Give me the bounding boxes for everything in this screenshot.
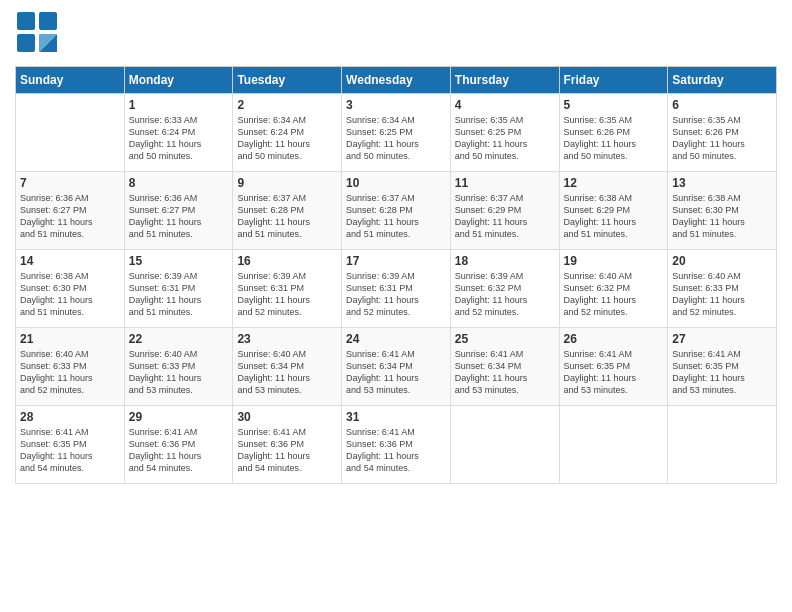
day-number: 25: [455, 332, 555, 346]
calendar-cell: 26Sunrise: 6:41 AMSunset: 6:35 PMDayligh…: [559, 328, 668, 406]
calendar-cell: 16Sunrise: 6:39 AMSunset: 6:31 PMDayligh…: [233, 250, 342, 328]
calendar-cell: 27Sunrise: 6:41 AMSunset: 6:35 PMDayligh…: [668, 328, 777, 406]
calendar-cell: [559, 406, 668, 484]
header-day-wednesday: Wednesday: [342, 67, 451, 94]
calendar-cell: 17Sunrise: 6:39 AMSunset: 6:31 PMDayligh…: [342, 250, 451, 328]
calendar-cell: 8Sunrise: 6:36 AMSunset: 6:27 PMDaylight…: [124, 172, 233, 250]
week-row-2: 7Sunrise: 6:36 AMSunset: 6:27 PMDaylight…: [16, 172, 777, 250]
day-info: Sunrise: 6:41 AMSunset: 6:35 PMDaylight:…: [672, 348, 772, 397]
day-info: Sunrise: 6:41 AMSunset: 6:34 PMDaylight:…: [455, 348, 555, 397]
logo-icon: [15, 10, 59, 54]
calendar-cell: 13Sunrise: 6:38 AMSunset: 6:30 PMDayligh…: [668, 172, 777, 250]
calendar-cell: 25Sunrise: 6:41 AMSunset: 6:34 PMDayligh…: [450, 328, 559, 406]
day-number: 5: [564, 98, 664, 112]
day-info: Sunrise: 6:36 AMSunset: 6:27 PMDaylight:…: [20, 192, 120, 241]
day-number: 29: [129, 410, 229, 424]
day-info: Sunrise: 6:40 AMSunset: 6:33 PMDaylight:…: [672, 270, 772, 319]
header-day-thursday: Thursday: [450, 67, 559, 94]
day-info: Sunrise: 6:41 AMSunset: 6:36 PMDaylight:…: [129, 426, 229, 475]
day-info: Sunrise: 6:39 AMSunset: 6:31 PMDaylight:…: [346, 270, 446, 319]
page: SundayMondayTuesdayWednesdayThursdayFrid…: [0, 0, 792, 612]
header-day-sunday: Sunday: [16, 67, 125, 94]
day-number: 15: [129, 254, 229, 268]
calendar-cell: 24Sunrise: 6:41 AMSunset: 6:34 PMDayligh…: [342, 328, 451, 406]
day-number: 6: [672, 98, 772, 112]
calendar-cell: 28Sunrise: 6:41 AMSunset: 6:35 PMDayligh…: [16, 406, 125, 484]
day-number: 18: [455, 254, 555, 268]
calendar-cell: 14Sunrise: 6:38 AMSunset: 6:30 PMDayligh…: [16, 250, 125, 328]
day-number: 28: [20, 410, 120, 424]
calendar-cell: 12Sunrise: 6:38 AMSunset: 6:29 PMDayligh…: [559, 172, 668, 250]
day-number: 11: [455, 176, 555, 190]
week-row-5: 28Sunrise: 6:41 AMSunset: 6:35 PMDayligh…: [16, 406, 777, 484]
calendar-cell: 20Sunrise: 6:40 AMSunset: 6:33 PMDayligh…: [668, 250, 777, 328]
calendar-cell: 31Sunrise: 6:41 AMSunset: 6:36 PMDayligh…: [342, 406, 451, 484]
day-info: Sunrise: 6:39 AMSunset: 6:32 PMDaylight:…: [455, 270, 555, 319]
day-number: 16: [237, 254, 337, 268]
day-number: 4: [455, 98, 555, 112]
calendar-cell: [450, 406, 559, 484]
day-number: 30: [237, 410, 337, 424]
calendar-cell: 21Sunrise: 6:40 AMSunset: 6:33 PMDayligh…: [16, 328, 125, 406]
day-info: Sunrise: 6:39 AMSunset: 6:31 PMDaylight:…: [129, 270, 229, 319]
day-info: Sunrise: 6:39 AMSunset: 6:31 PMDaylight:…: [237, 270, 337, 319]
day-number: 22: [129, 332, 229, 346]
header-day-friday: Friday: [559, 67, 668, 94]
day-number: 12: [564, 176, 664, 190]
svg-rect-2: [17, 34, 35, 52]
calendar-cell: 23Sunrise: 6:40 AMSunset: 6:34 PMDayligh…: [233, 328, 342, 406]
day-info: Sunrise: 6:35 AMSunset: 6:26 PMDaylight:…: [672, 114, 772, 163]
day-number: 9: [237, 176, 337, 190]
calendar-cell: 11Sunrise: 6:37 AMSunset: 6:29 PMDayligh…: [450, 172, 559, 250]
day-number: 23: [237, 332, 337, 346]
calendar-cell: 15Sunrise: 6:39 AMSunset: 6:31 PMDayligh…: [124, 250, 233, 328]
header: [15, 10, 777, 58]
day-info: Sunrise: 6:40 AMSunset: 6:33 PMDaylight:…: [20, 348, 120, 397]
calendar-cell: 1Sunrise: 6:33 AMSunset: 6:24 PMDaylight…: [124, 94, 233, 172]
calendar-cell: [16, 94, 125, 172]
calendar-cell: 7Sunrise: 6:36 AMSunset: 6:27 PMDaylight…: [16, 172, 125, 250]
day-info: Sunrise: 6:37 AMSunset: 6:28 PMDaylight:…: [237, 192, 337, 241]
week-row-4: 21Sunrise: 6:40 AMSunset: 6:33 PMDayligh…: [16, 328, 777, 406]
day-info: Sunrise: 6:35 AMSunset: 6:26 PMDaylight:…: [564, 114, 664, 163]
calendar-cell: 5Sunrise: 6:35 AMSunset: 6:26 PMDaylight…: [559, 94, 668, 172]
calendar-cell: 10Sunrise: 6:37 AMSunset: 6:28 PMDayligh…: [342, 172, 451, 250]
day-info: Sunrise: 6:41 AMSunset: 6:35 PMDaylight:…: [564, 348, 664, 397]
day-number: 20: [672, 254, 772, 268]
calendar-table: SundayMondayTuesdayWednesdayThursdayFrid…: [15, 66, 777, 484]
calendar-cell: 4Sunrise: 6:35 AMSunset: 6:25 PMDaylight…: [450, 94, 559, 172]
svg-rect-0: [17, 12, 35, 30]
day-number: 13: [672, 176, 772, 190]
calendar-cell: 6Sunrise: 6:35 AMSunset: 6:26 PMDaylight…: [668, 94, 777, 172]
day-number: 14: [20, 254, 120, 268]
day-info: Sunrise: 6:40 AMSunset: 6:32 PMDaylight:…: [564, 270, 664, 319]
calendar-cell: 2Sunrise: 6:34 AMSunset: 6:24 PMDaylight…: [233, 94, 342, 172]
header-day-tuesday: Tuesday: [233, 67, 342, 94]
calendar-cell: 9Sunrise: 6:37 AMSunset: 6:28 PMDaylight…: [233, 172, 342, 250]
calendar-cell: 29Sunrise: 6:41 AMSunset: 6:36 PMDayligh…: [124, 406, 233, 484]
day-info: Sunrise: 6:41 AMSunset: 6:36 PMDaylight:…: [237, 426, 337, 475]
day-info: Sunrise: 6:38 AMSunset: 6:30 PMDaylight:…: [672, 192, 772, 241]
day-number: 21: [20, 332, 120, 346]
day-number: 7: [20, 176, 120, 190]
day-info: Sunrise: 6:34 AMSunset: 6:24 PMDaylight:…: [237, 114, 337, 163]
day-number: 10: [346, 176, 446, 190]
calendar-cell: 3Sunrise: 6:34 AMSunset: 6:25 PMDaylight…: [342, 94, 451, 172]
day-info: Sunrise: 6:33 AMSunset: 6:24 PMDaylight:…: [129, 114, 229, 163]
day-info: Sunrise: 6:36 AMSunset: 6:27 PMDaylight:…: [129, 192, 229, 241]
calendar-cell: [668, 406, 777, 484]
day-info: Sunrise: 6:38 AMSunset: 6:29 PMDaylight:…: [564, 192, 664, 241]
day-info: Sunrise: 6:38 AMSunset: 6:30 PMDaylight:…: [20, 270, 120, 319]
day-number: 19: [564, 254, 664, 268]
day-info: Sunrise: 6:41 AMSunset: 6:36 PMDaylight:…: [346, 426, 446, 475]
day-info: Sunrise: 6:35 AMSunset: 6:25 PMDaylight:…: [455, 114, 555, 163]
calendar-cell: 22Sunrise: 6:40 AMSunset: 6:33 PMDayligh…: [124, 328, 233, 406]
day-number: 27: [672, 332, 772, 346]
day-info: Sunrise: 6:37 AMSunset: 6:28 PMDaylight:…: [346, 192, 446, 241]
day-info: Sunrise: 6:34 AMSunset: 6:25 PMDaylight:…: [346, 114, 446, 163]
svg-rect-1: [39, 12, 57, 30]
calendar-cell: 18Sunrise: 6:39 AMSunset: 6:32 PMDayligh…: [450, 250, 559, 328]
day-number: 17: [346, 254, 446, 268]
calendar-header-row: SundayMondayTuesdayWednesdayThursdayFrid…: [16, 67, 777, 94]
day-number: 24: [346, 332, 446, 346]
